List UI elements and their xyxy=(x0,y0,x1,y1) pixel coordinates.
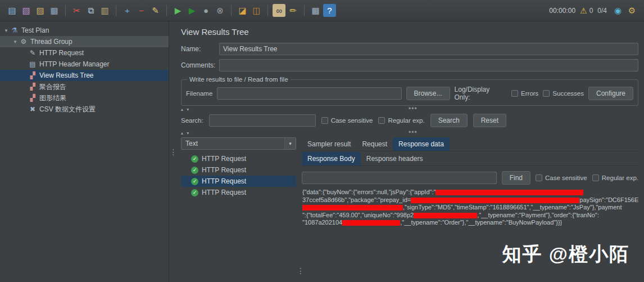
warning-count: 0 xyxy=(589,7,593,15)
copy-icon[interactable]: ⧉ xyxy=(84,4,97,17)
tab-response-data[interactable]: Response data xyxy=(393,137,450,151)
sample-item-http-request[interactable]: ✓HTTP Request xyxy=(181,164,296,176)
help-icon[interactable]: ? xyxy=(323,4,336,17)
test-plan-tree: ▾⚗Test Plan▾⚙Thread Group✎HTTP Request▤H… xyxy=(0,21,169,282)
tree-item-http-request[interactable]: ✎HTTP Request xyxy=(0,47,169,59)
paste-icon[interactable]: ▥ xyxy=(98,4,111,17)
http-request-icon: ✎ xyxy=(28,49,37,57)
configure-button[interactable]: Configure xyxy=(588,87,633,100)
search-input[interactable] xyxy=(209,114,316,127)
main-panel-splitter[interactable]: ⋮ xyxy=(169,21,178,282)
log-display-label: Log/Display Only: xyxy=(455,86,507,101)
response-text-segment: ":{"totalFee":"459.00","uniqueNo":"998p2 xyxy=(302,212,414,218)
splitter-handle-icon[interactable]: ••• xyxy=(409,128,418,136)
subtab-response-body[interactable]: Response Body xyxy=(302,152,361,165)
tree-item-csv-data-set-config[interactable]: ✖CSV 数据文件设置 xyxy=(0,104,169,115)
name-row: Name: xyxy=(181,43,638,55)
errors-checkbox[interactable] xyxy=(511,90,518,97)
success-shield-icon: ✓ xyxy=(191,178,198,185)
tab-request[interactable]: Request xyxy=(356,137,393,151)
tree-item-label: Test Plan xyxy=(21,26,49,34)
view-mode-select[interactable]: Text ▾ xyxy=(181,137,296,150)
sample-item-http-request[interactable]: ✓HTTP Request xyxy=(181,187,296,198)
toolbar-separator xyxy=(116,5,116,16)
comments-input[interactable] xyxy=(219,59,638,71)
main-toolbar: ▤▧▨▦✂⧉▥+−✎▶▶●⊗◪◫∞✏▦? 00:00:00 ⚠ 0 0/4 ◉⚙ xyxy=(0,0,644,21)
splitter-collapse-arrows-icon[interactable]: ▴ ▾ xyxy=(181,107,190,112)
errors-label: Errors xyxy=(521,90,538,97)
splitter-handle-icon[interactable]: ••• xyxy=(409,105,418,113)
search-regular-exp-group: Regular exp. xyxy=(378,117,424,124)
search-case-sensitive-checkbox[interactable] xyxy=(321,117,328,124)
graph-results-icon: ▞ xyxy=(28,94,37,102)
successes-checkbox[interactable] xyxy=(543,90,550,97)
search-icon[interactable]: ∞ xyxy=(273,4,285,17)
sample-item-label: HTTP Request xyxy=(202,189,246,196)
log-warning-counter[interactable]: ⚠ 0 xyxy=(580,6,593,15)
watermark: 知乎 @橙小陌 xyxy=(502,241,629,267)
tree-item-view-results-tree[interactable]: ▞View Results Tree xyxy=(0,70,169,81)
name-input[interactable] xyxy=(219,43,638,55)
file-row: Filename Browse... Log/Display Only: Err… xyxy=(186,86,633,101)
toggle-icon[interactable]: ✎ xyxy=(149,4,162,17)
redaction-bar xyxy=(342,220,400,226)
templates-icon[interactable]: ▧ xyxy=(20,4,33,17)
new-file-icon[interactable]: ▤ xyxy=(6,4,19,17)
chevron-down-icon[interactable]: ▾ xyxy=(284,138,296,149)
page-title: View Results Tree xyxy=(181,27,638,37)
save-icon[interactable]: ▦ xyxy=(48,4,61,17)
globe-icon[interactable]: ◉ xyxy=(611,4,624,17)
horizontal-splitter-top[interactable]: ▴ ▾ ••• xyxy=(179,107,638,113)
aggregate-report-icon: ▞ xyxy=(28,83,37,91)
tree-item-http-header-manager[interactable]: ▤HTTP Header Manager xyxy=(0,59,169,70)
stop-icon[interactable]: ● xyxy=(199,4,212,17)
cut-icon[interactable]: ✂ xyxy=(70,4,83,17)
reset-button[interactable]: Reset xyxy=(473,114,506,127)
tree-item-aggregate-report[interactable]: ▞聚合报告 xyxy=(0,81,169,92)
tree-item-test-plan[interactable]: ▾⚗Test Plan xyxy=(0,25,169,36)
clear-all-icon[interactable]: ◫ xyxy=(250,4,263,17)
find-button[interactable]: Find xyxy=(502,171,530,185)
search-label: Search: xyxy=(181,117,203,124)
start-no-pauses-icon[interactable]: ▶ xyxy=(185,4,198,17)
search-case-sensitive-label: Case sensitive xyxy=(331,117,373,124)
tree-item-graph-results[interactable]: ▞图形结果 xyxy=(0,92,169,104)
search-case-sensitive-group: Case sensitive xyxy=(321,117,373,124)
results-splitter[interactable]: ⋮ xyxy=(296,137,302,282)
start-icon[interactable]: ▶ xyxy=(171,4,184,17)
open-icon[interactable]: ▨ xyxy=(34,4,47,17)
wrench-icon[interactable]: ⚙ xyxy=(625,4,638,17)
splitter-handle-icon[interactable]: ⋮ xyxy=(297,266,305,275)
horizontal-splitter-bottom[interactable]: ▴ ▾ ••• xyxy=(179,131,638,136)
find-case-sensitive-checkbox[interactable] xyxy=(536,174,542,181)
find-input[interactable] xyxy=(302,172,497,184)
tree-expand-caret-icon[interactable]: ▾ xyxy=(2,28,10,33)
splitter-collapse-arrows-icon[interactable]: ▴ ▾ xyxy=(181,131,190,136)
warning-icon: ⚠ xyxy=(580,6,587,15)
tree-expand-caret-icon[interactable]: ▾ xyxy=(11,39,19,44)
shutdown-icon[interactable]: ⊗ xyxy=(214,4,226,17)
function-helper-icon[interactable]: ▦ xyxy=(309,4,322,17)
add-icon[interactable]: + xyxy=(121,4,134,17)
find-regular-exp-group: Regular exp. xyxy=(592,174,638,181)
clear-icon[interactable]: ◪ xyxy=(236,4,249,17)
subtab-response-headers[interactable]: Response headers xyxy=(361,152,429,165)
response-body-text[interactable]: {"data":{"buyNow":{"errors":null,"jsPay"… xyxy=(302,189,638,227)
splitter-handle-icon[interactable]: ⋮ xyxy=(170,147,178,156)
find-bar: Find Case sensitive Regular exp. xyxy=(302,171,638,185)
filename-input[interactable] xyxy=(217,87,401,100)
browse-button[interactable]: Browse... xyxy=(406,87,450,100)
name-label: Name: xyxy=(181,45,219,53)
search-button[interactable]: Search xyxy=(430,114,468,127)
sample-item-http-request[interactable]: ✓HTTP Request xyxy=(181,176,296,187)
csv-data-set-config-icon: ✖ xyxy=(28,105,37,113)
sample-item-http-request[interactable]: ✓HTTP Request xyxy=(181,153,296,164)
filename-label: Filename xyxy=(186,90,212,97)
tree-item-thread-group[interactable]: ▾⚙Thread Group xyxy=(0,36,169,47)
remove-icon[interactable]: − xyxy=(135,4,148,17)
search-regular-exp-checkbox[interactable] xyxy=(378,117,385,124)
view-mode-value: Text xyxy=(185,140,198,147)
tab-sampler-result[interactable]: Sampler result xyxy=(302,137,356,151)
reset-search-icon[interactable]: ✏ xyxy=(287,4,300,17)
find-regular-exp-checkbox[interactable] xyxy=(592,174,599,181)
